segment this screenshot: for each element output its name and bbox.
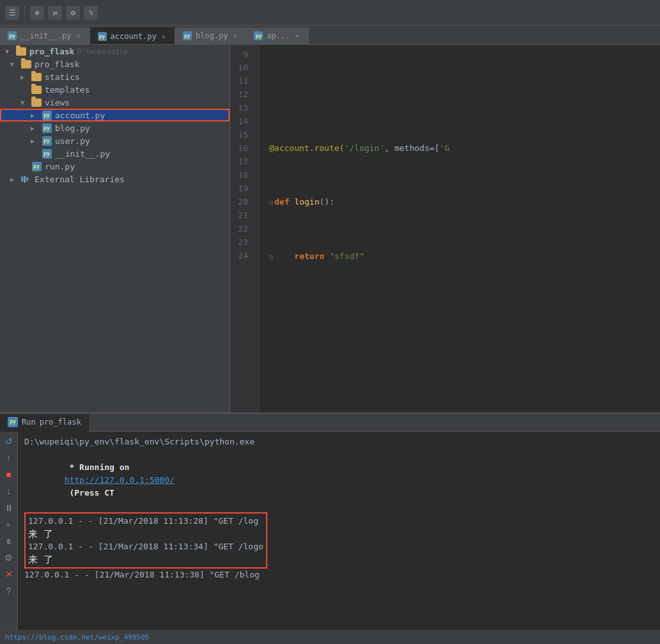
tab-label: __init__.py bbox=[20, 31, 71, 40]
chevron-icon: ▼ bbox=[5, 48, 15, 55]
tab-account[interactable]: py account.py × bbox=[90, 27, 175, 44]
main-area: ▼ pro_flask D:\wupeiqi\p ▼ pro_flask ▶ s… bbox=[0, 45, 660, 412]
tab-bar: py __init__.py × py account.py × py blog… bbox=[0, 26, 660, 45]
no-chevron bbox=[31, 150, 41, 157]
file-tree-sidebar: ▼ pro_flask D:\wupeiqi\p ▼ pro_flask ▶ s… bbox=[0, 45, 230, 412]
code-line-11: ⊟def login(): bbox=[269, 195, 660, 209]
code-content: 9 10 11 12 13 14 15 16 17 18 19 20 21 22… bbox=[230, 45, 660, 412]
chevron-right-icon: ▶ bbox=[31, 137, 41, 145]
close-button[interactable]: ✕ bbox=[2, 567, 16, 581]
sidebar-item-label: pro_flask bbox=[35, 59, 79, 69]
sidebar-item-user[interactable]: ▶ py user.py bbox=[0, 134, 230, 147]
sidebar-item-label: account.py bbox=[55, 111, 105, 120]
scroll-down-button[interactable]: ↓ bbox=[2, 484, 16, 498]
py-icon: py bbox=[8, 31, 17, 40]
console-log-1: 127.0.0.1 - - [21/Mar/2018 11:13:28] "GE… bbox=[28, 515, 263, 528]
tab-close-icon[interactable]: × bbox=[294, 32, 301, 40]
sidebar-item-extlibs[interactable]: ▶ External Libraries bbox=[0, 173, 230, 185]
chevron-right-icon: ▶ bbox=[31, 112, 41, 119]
tab-label: ap... bbox=[267, 31, 290, 40]
py-icon: py bbox=[254, 31, 263, 40]
tab-label: blog.py bbox=[196, 31, 228, 40]
chevron-right-icon: ▶ bbox=[10, 176, 20, 183]
sidebar-item-blog[interactable]: ▶ py blog.py bbox=[0, 122, 230, 134]
sidebar-item-label: templates bbox=[45, 85, 90, 95]
stop-button[interactable]: ■ bbox=[2, 467, 16, 482]
sidebar-item-views[interactable]: ▼ views bbox=[0, 96, 230, 109]
sidebar-item-label: views bbox=[45, 98, 70, 107]
code-line-12: ⊟ return "sfsdf" bbox=[269, 249, 660, 263]
status-url-link[interactable]: https://blog.csdn.net/weixp_499505 bbox=[5, 633, 149, 641]
tab-blog[interactable]: py blog.py × bbox=[175, 27, 247, 44]
tab-close-icon[interactable]: × bbox=[161, 33, 167, 41]
sidebar-item-label: run.py bbox=[45, 162, 75, 171]
chevron-icon: ▼ bbox=[10, 61, 20, 68]
py-file-icon: py bbox=[31, 161, 42, 171]
sidebar-item-label: blog.py bbox=[55, 123, 90, 133]
code-line-15: @account.route('/logout', methods=[' bbox=[269, 411, 660, 412]
run-py-icon: py bbox=[8, 417, 18, 427]
transfer-icon[interactable]: ⇄ bbox=[48, 6, 62, 20]
clear-button[interactable]: 🗑 bbox=[2, 534, 16, 548]
chevron-right-icon: ▶ bbox=[20, 74, 31, 81]
status-bar: https://blog.csdn.net/weixp_499505 bbox=[0, 630, 660, 644]
wrap-button[interactable]: ≡ bbox=[2, 517, 16, 531]
tab-init[interactable]: py __init__.py × bbox=[0, 27, 90, 44]
settings2-button[interactable]: ⚙ bbox=[2, 551, 16, 565]
tab-close-icon[interactable]: × bbox=[75, 32, 81, 40]
help-button[interactable]: ? bbox=[2, 584, 16, 598]
scroll-up-button[interactable]: ↑ bbox=[2, 451, 16, 465]
bottom-panel: py Run pro_flask ↺ ↑ ■ ↓ ⏸ ≡ 🗑 ⚙ ✕ ? D:\… bbox=[0, 412, 660, 630]
flask-url-link[interactable]: http://127.0.0.1:5000/ bbox=[65, 475, 175, 485]
ext-lib-icon bbox=[20, 174, 32, 184]
root-path: D:\wupeiqi\p bbox=[77, 47, 127, 56]
code-line-9 bbox=[269, 88, 660, 101]
folder-icon bbox=[20, 59, 32, 69]
add-icon[interactable]: ⊕ bbox=[30, 6, 44, 20]
console-chinese-2: 来 了 bbox=[28, 553, 263, 566]
sidebar-item-init[interactable]: py __init__.py bbox=[0, 147, 230, 160]
settings-icon[interactable]: ⚙ bbox=[66, 6, 80, 20]
console-highlight-box: 127.0.0.1 - - [21/Mar/2018 11:13:28] "GE… bbox=[24, 512, 267, 569]
panel-tab-run[interactable]: py Run pro_flask bbox=[0, 414, 89, 432]
folder-icon bbox=[31, 84, 42, 95]
no-chevron bbox=[20, 163, 31, 170]
folder-icon bbox=[31, 97, 42, 107]
sidebar-item-label: statics bbox=[45, 72, 80, 82]
sidebar-item-root[interactable]: ▼ pro_flask D:\wupeiqi\p bbox=[0, 45, 230, 58]
console-line-path: D:\wupeiqi\py_env\flask_env\Scripts\pyth… bbox=[24, 436, 654, 448]
code-line-10: @account.route('/login', methods=['G bbox=[269, 141, 660, 155]
chevron-right-icon: ▶ bbox=[31, 125, 41, 132]
toolbar-separator bbox=[24, 6, 25, 19]
tab-close-icon[interactable]: × bbox=[232, 32, 238, 40]
sidebar-item-label: __init__.py bbox=[55, 149, 110, 159]
root-label: pro_flask bbox=[29, 47, 74, 56]
option-icon[interactable]: ⌥ bbox=[84, 6, 98, 20]
console-chinese-1: 来 了 bbox=[28, 528, 263, 540]
toolbar: ☰ ⊕ ⇄ ⚙ ⌥ bbox=[0, 0, 660, 26]
sidebar-item-statics[interactable]: ▶ statics bbox=[0, 70, 230, 83]
py-file-icon: py bbox=[41, 110, 52, 120]
sidebar-item-templates[interactable]: templates bbox=[0, 83, 230, 96]
code-line-13 bbox=[269, 304, 660, 317]
py-file-icon: py bbox=[41, 136, 52, 146]
sidebar-item-proflask[interactable]: ▼ pro_flask bbox=[0, 58, 230, 70]
sidebar-item-label: External Libraries bbox=[35, 175, 125, 184]
code-lines: @account.route('/login', methods=['G ⊟de… bbox=[259, 45, 660, 412]
sidebar-item-run[interactable]: py run.py bbox=[0, 160, 230, 173]
pause-button[interactable]: ⏸ bbox=[2, 501, 16, 515]
console-area[interactable]: D:\wupeiqi\py_env\flask_env\Scripts\pyth… bbox=[18, 432, 660, 630]
tab-ap[interactable]: py ap... × bbox=[246, 27, 308, 44]
line-numbers: 9 10 11 12 13 14 15 16 17 18 19 20 21 22… bbox=[230, 45, 259, 412]
tab-label: account.py bbox=[111, 32, 157, 41]
restart-button[interactable]: ↺ bbox=[2, 434, 16, 448]
folder-icon bbox=[15, 46, 27, 56]
panel-tab-run-project: pro_flask bbox=[40, 418, 81, 427]
menu-icon[interactable]: ☰ bbox=[5, 6, 19, 20]
py-icon: py bbox=[183, 31, 192, 40]
code-editor[interactable]: 9 10 11 12 13 14 15 16 17 18 19 20 21 22… bbox=[230, 45, 660, 412]
sidebar-item-account[interactable]: ▶ py account.py bbox=[0, 109, 230, 122]
panel-tab-run-label: Run bbox=[22, 418, 36, 427]
console-line-running: * Running on http://127.0.0.1:5000/ (Pre… bbox=[24, 448, 654, 512]
console-log-2: 127.0.0.1 - - [21/Mar/2018 11:13:34] "GE… bbox=[28, 540, 263, 553]
